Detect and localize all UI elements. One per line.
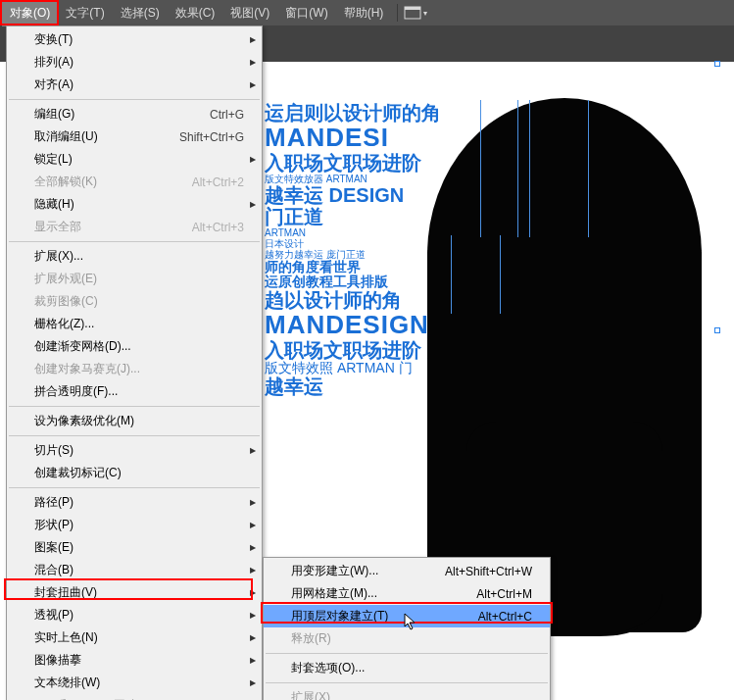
menu-item-label: 创建裁切标记(C) [34,465,122,481]
menu-item-label: 图案(E) [34,539,73,556]
menu-item: 扩展外观(E) [7,268,262,290]
menu-item-label: 切片(S) [34,442,73,459]
menu-item-label: 变换(T) [34,31,73,48]
menu-item[interactable]: 实时上色(N) [7,626,262,649]
collage-text: MANDESI [265,124,441,152]
selection-handle[interactable] [714,61,720,67]
menu-item-label: 形状(P) [34,517,73,533]
menu-item-label: 栅格化(Z)... [34,316,94,332]
menu-type[interactable]: 文字(T) [58,0,112,26]
menu-item: 创建对象马赛克(J)... [7,358,262,380]
menu-item[interactable]: 文本绕排(W) [7,672,262,694]
menu-item[interactable]: 透视(P) [7,604,262,626]
collage-text: MANDESIGN [265,311,441,339]
menu-effect[interactable]: 效果(C) [168,0,223,26]
menu-item-shortcut: Alt+Ctrl+3 [192,221,244,234]
menu-item[interactable]: 变换(T) [7,28,262,51]
menu-item-label: 对齐(A) [34,76,73,93]
submenu-item-shortcut: Alt+Ctrl+C [478,610,532,624]
chevron-down-icon: ▾ [423,9,427,18]
menu-item[interactable]: 扩展(X)... [7,245,262,268]
collage-text: 师的角度看世界 [265,260,441,275]
menu-item[interactable]: 排列(A) [7,51,262,74]
menu-item-label: 文本绕排(W) [34,675,100,691]
menu-item-label: 创建渐变网格(D)... [34,338,131,355]
text-collage: 运启则以设计师的角MANDESI入职场文职场进阶版文特效放器 ARTMAN越幸运… [265,102,441,553]
menubar: 对象(O) 文字(T) 选择(S) 效果(C) 视图(V) 窗口(W) 帮助(H… [0,0,734,25]
menu-item-label: 编组(G) [34,106,74,123]
submenu-item-label: 释放(R) [291,630,331,647]
menu-item-label: 实时上色(N) [34,629,98,646]
menu-item[interactable]: 锁定(L) [7,148,262,171]
menu-item[interactable]: 封套扭曲(V) [7,581,262,604]
menu-item-label: 透视(P) [34,607,73,624]
menu-item[interactable]: 栅格化(Z)... [7,313,262,335]
menu-item-label: 扩展外观(E) [34,271,97,287]
menu-item-shortcut: Shift+Ctrl+G [179,130,244,144]
menu-select[interactable]: 选择(S) [113,0,168,26]
menu-separator [9,99,260,100]
menu-item[interactable]: 路径(P) [7,491,262,514]
submenu-item-label: 扩展(X) [291,689,330,700]
menu-item[interactable]: 设为像素级优化(M) [7,410,262,432]
menu-item[interactable]: 编组(G)Ctrl+G [7,103,262,125]
collage-text: 日本设计 [265,238,441,249]
menu-item-label: 封套扭曲(V) [34,584,97,601]
menu-separator [9,241,260,242]
submenu-item-label: 用变形建立(W)... [291,563,378,579]
menu-item-shortcut: Ctrl+G [210,108,244,122]
submenu-item[interactable]: 用网格建立(M)...Alt+Ctrl+M [264,582,550,605]
submenu-item-label: 封套选项(O)... [291,660,365,676]
submenu-item-shortcut: Alt+Ctrl+M [476,587,532,601]
menu-item[interactable]: 拼合透明度(F)... [7,380,262,403]
collage-text: 越幸运 [265,375,441,397]
collage-text: 入职场文职场进阶 庞 [265,339,441,361]
menu-item-label: 全部解锁(K) [34,174,97,190]
collage-text: 趋以设计师的角 [265,289,441,311]
menu-object[interactable]: 对象(O) [2,0,58,26]
selection-handle[interactable] [714,327,720,333]
menu-item-label: 创建对象马赛克(J)... [34,361,140,377]
menu-item: 裁剪图像(C) [7,290,262,313]
menu-item: 显示全部Alt+Ctrl+3 [7,216,262,238]
menu-item[interactable]: 对齐(A) [7,74,262,96]
object-menu-dropdown: 变换(T)排列(A)对齐(A)编组(G)Ctrl+G取消编组(U)Shift+C… [6,25,263,700]
menu-item[interactable]: 图像描摹 [7,649,262,672]
menu-item[interactable]: 形状(P) [7,514,262,536]
collage-text: ARTMAN [265,227,441,238]
menu-item[interactable]: 切片(S) [7,439,262,462]
menu-item-label: 混合(B) [34,562,73,578]
menu-window[interactable]: 窗口(W) [277,0,335,26]
menu-item[interactable]: 隐藏(H) [7,193,262,216]
menu-item[interactable]: 创建裁切标记(C) [7,462,262,484]
menu-view[interactable]: 视图(V) [222,0,277,26]
menu-item[interactable]: 混合(B) [7,559,262,581]
menu-help[interactable]: 帮助(H) [336,0,392,26]
menu-item-label: 显示全部 [34,219,81,235]
submenu-item[interactable]: 封套选项(O)... [264,657,550,679]
svg-rect-1 [405,7,420,10]
menu-separator [9,406,260,407]
collage-text: 版文特效放器 ARTMAN [265,174,441,184]
submenu-item-label: 用顶层对象建立(T) [291,608,388,625]
menubar-divider [397,4,398,22]
arrange-documents-button[interactable]: ▾ [404,6,427,20]
menu-item-label: 排列(A) [34,54,73,71]
collage-text: 运启则以设计师的角 [265,102,441,124]
menu-separator [9,487,260,488]
submenu-item: 扩展(X) [264,686,550,700]
menu-item-label: 拼合透明度(F)... [34,383,118,400]
menu-item[interactable]: 取消编组(U)Shift+Ctrl+G [7,125,262,148]
collage-text: 入职场文职场进阶 [265,152,441,174]
submenu-item-label: 用网格建立(M)... [291,585,377,602]
collage-text: 运原创教程工具排版 [265,275,441,289]
menu-item[interactable]: 创建渐变网格(D)... [7,335,262,358]
menu-item[interactable]: 图案(E) [7,536,262,559]
menu-item-label: 锁定(L) [34,151,73,168]
menu-item-label: 裁剪图像(C) [34,293,98,310]
menu-item-label: 取消编组(U) [34,128,98,145]
submenu-item-shortcut: Alt+Shift+Ctrl+W [445,565,532,578]
collage-text: 越努力越幸运 庞门正道 [265,249,441,260]
menu-item-label: 图像描摹 [34,652,81,669]
submenu-item[interactable]: 用变形建立(W)...Alt+Shift+Ctrl+W [264,560,550,582]
